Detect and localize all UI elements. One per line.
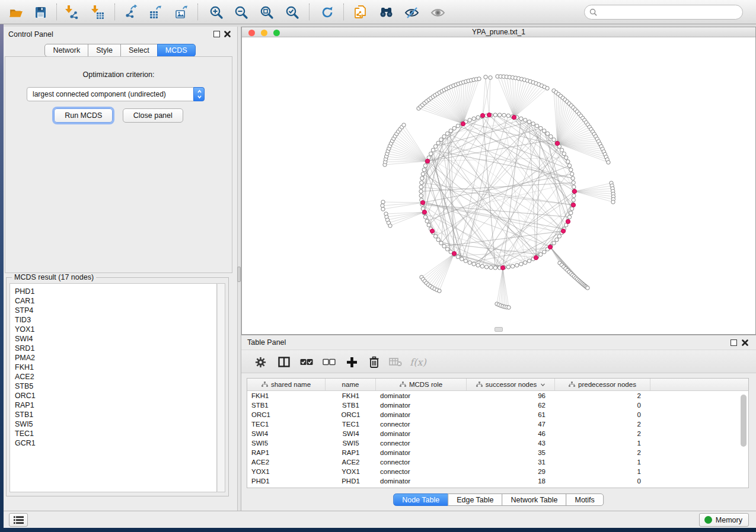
mcds-result-item[interactable]: RAP1	[15, 400, 216, 410]
mcds-result-list[interactable]: PHD1CAR1STP4TID3YOX1SWI4SRD1PMA2FKH1ACE2…	[9, 283, 217, 492]
table-row[interactable]: TEC1TEC1connector472	[247, 419, 748, 429]
cell-predecessor-nodes[interactable]: 1	[555, 438, 650, 448]
table-scrollbar[interactable]	[740, 392, 748, 486]
cell-MCDS-role[interactable]: connector	[376, 467, 467, 476]
mcds-result-item[interactable]: PMA2	[15, 353, 216, 363]
memory-button[interactable]: Memory	[699, 513, 749, 527]
zoom-selected-button[interactable]	[283, 4, 302, 21]
tab-network[interactable]: Network	[44, 44, 88, 57]
table-row[interactable]: PHD1PHD1dominator180	[247, 476, 748, 486]
search-box[interactable]	[584, 5, 743, 20]
cell-predecessor-nodes[interactable]: 2	[555, 419, 650, 429]
window-minimize-light[interactable]	[261, 30, 267, 36]
table-row[interactable]: ORC1ORC1dominator610	[247, 410, 748, 419]
cell-MCDS-role[interactable]: dominator	[376, 429, 467, 438]
mcds-result-item[interactable]: SWI5	[15, 419, 216, 429]
deselect-all-button[interactable]	[321, 354, 337, 370]
tab-style[interactable]: Style	[88, 44, 121, 57]
mcds-result-item[interactable]: FKH1	[15, 363, 216, 372]
cell-predecessor-nodes[interactable]: 1	[555, 457, 650, 467]
add-column-button[interactable]	[343, 354, 360, 370]
splitter-handle[interactable]	[237, 267, 241, 282]
window-zoom-light[interactable]	[273, 30, 280, 36]
window-close-light[interactable]	[248, 30, 255, 36]
column-header-name[interactable]: name	[326, 379, 376, 390]
column-header-shared-name[interactable]: shared name	[247, 379, 326, 390]
cell-successor-nodes[interactable]: 47	[467, 419, 555, 429]
table-row[interactable]: SWI5SWI5connector431	[247, 438, 748, 448]
mcds-result-item[interactable]: ACE2	[15, 372, 216, 382]
table-row[interactable]: SWI4SWI4dominator462	[247, 429, 748, 438]
table-scrollbar-thumb[interactable]	[741, 395, 747, 447]
cell-shared-name[interactable]: SWI5	[247, 438, 326, 448]
network-window-titlebar[interactable]: YPA_prune.txt_1	[242, 27, 755, 37]
cell-shared-name[interactable]: FKH1	[247, 391, 326, 400]
cell-successor-nodes[interactable]: 96	[467, 391, 555, 400]
table-row[interactable]: STB1STB1dominator620	[247, 400, 748, 410]
close-panel-icon[interactable]	[741, 339, 749, 347]
cell-name[interactable]: TEC1	[326, 419, 376, 429]
select-all-button[interactable]	[298, 354, 315, 370]
cell-shared-name[interactable]: TEC1	[247, 419, 326, 429]
mcds-result-item[interactable]: STP4	[15, 306, 216, 315]
task-history-button[interactable]	[9, 513, 28, 527]
mcds-result-item[interactable]: PHD1	[15, 287, 216, 296]
table-row[interactable]: FKH1FKH1dominator962	[247, 391, 748, 400]
cell-shared-name[interactable]: ACE2	[247, 457, 326, 467]
table-row[interactable]: RAP1RAP1dominator352	[247, 448, 748, 457]
save-session-button[interactable]	[31, 4, 50, 21]
cell-successor-nodes[interactable]: 29	[467, 467, 555, 476]
cell-MCDS-role[interactable]: dominator	[376, 410, 467, 419]
tab-edge-table[interactable]: Edge Table	[448, 493, 502, 506]
export-network-button[interactable]	[122, 4, 141, 21]
mcds-result-item[interactable]: ORC1	[15, 391, 216, 400]
zoom-fit-button[interactable]	[257, 4, 276, 21]
cell-successor-nodes[interactable]: 35	[467, 448, 555, 457]
column-header-successor-nodes[interactable]: successor nodes	[467, 379, 555, 390]
float-panel-icon[interactable]	[731, 339, 737, 346]
export-image-button[interactable]	[173, 4, 192, 21]
column-settings-button[interactable]	[252, 354, 269, 370]
splitter-handle-horizontal[interactable]	[495, 327, 503, 332]
cell-name[interactable]: RAP1	[326, 448, 376, 457]
mcds-result-item[interactable]: CAR1	[15, 296, 216, 306]
tab-node-table[interactable]: Node Table	[393, 493, 448, 506]
cell-predecessor-nodes[interactable]: 0	[555, 476, 650, 486]
cell-name[interactable]: SWI5	[326, 438, 376, 448]
import-network-button[interactable]	[62, 4, 81, 21]
cell-name[interactable]: ORC1	[326, 410, 376, 419]
panel-splitter-vertical[interactable]	[237, 27, 241, 511]
mcds-result-scrollbar[interactable]	[217, 283, 225, 492]
delete-column-button[interactable]	[366, 354, 382, 370]
cell-shared-name[interactable]: ORC1	[247, 410, 326, 419]
cell-shared-name[interactable]: RAP1	[247, 448, 326, 457]
mcds-result-item[interactable]: STB1	[15, 410, 216, 419]
cell-predecessor-nodes[interactable]: 0	[555, 410, 650, 419]
cell-predecessor-nodes[interactable]: 0	[555, 400, 650, 410]
cell-successor-nodes[interactable]: 31	[467, 457, 555, 467]
cell-name[interactable]: SWI4	[326, 429, 376, 438]
cell-shared-name[interactable]: STB1	[247, 400, 326, 410]
zoom-out-button[interactable]	[232, 4, 251, 21]
new-network-from-selection-button[interactable]	[351, 4, 370, 21]
cell-name[interactable]: STB1	[326, 400, 376, 410]
open-file-button[interactable]	[6, 4, 25, 21]
cell-predecessor-nodes[interactable]: 2	[555, 448, 650, 457]
cell-successor-nodes[interactable]: 46	[467, 429, 555, 438]
mcds-result-item[interactable]: GCR1	[15, 438, 216, 448]
zoom-in-button[interactable]	[207, 4, 226, 21]
float-panel-icon[interactable]	[213, 31, 220, 37]
mcds-result-item[interactable]: STB5	[15, 382, 216, 391]
export-table-button[interactable]	[146, 4, 165, 21]
cell-MCDS-role[interactable]: connector	[376, 419, 467, 429]
cell-MCDS-role[interactable]: dominator	[376, 476, 467, 486]
search-input[interactable]	[600, 7, 742, 18]
cell-shared-name[interactable]: PHD1	[247, 476, 326, 486]
cell-MCDS-role[interactable]: dominator	[376, 448, 467, 457]
run-mcds-button[interactable]: Run MCDS	[54, 108, 113, 123]
close-panel-button[interactable]: Close panel	[123, 108, 183, 123]
tab-motifs[interactable]: Motifs	[566, 493, 603, 506]
cell-successor-nodes[interactable]: 43	[467, 438, 555, 448]
cell-successor-nodes[interactable]: 18	[467, 476, 555, 486]
cell-MCDS-role[interactable]: connector	[376, 438, 467, 448]
